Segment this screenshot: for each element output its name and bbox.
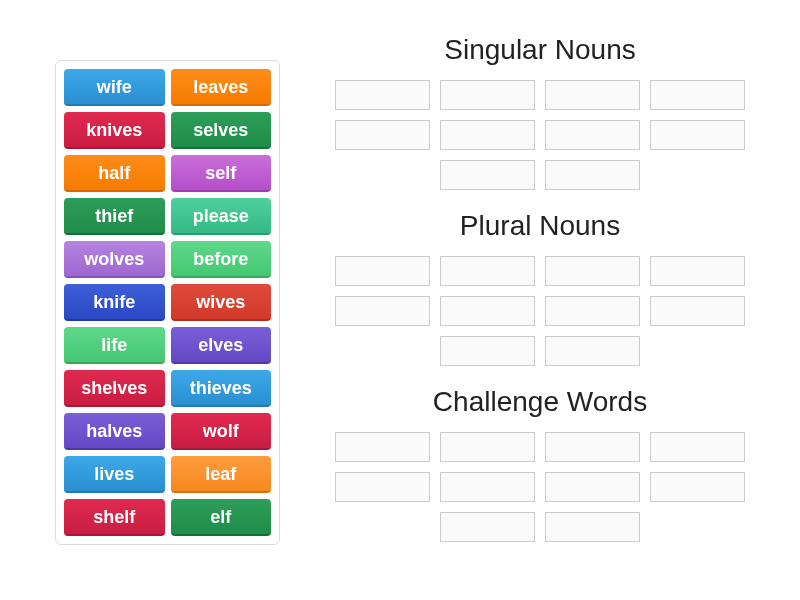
drop-slot[interactable] (545, 296, 640, 326)
drop-slot[interactable] (650, 120, 745, 150)
drop-zones: Singular NounsPlural NounsChallenge Word… (310, 30, 770, 550)
drop-slot[interactable] (335, 80, 430, 110)
drop-slot[interactable] (545, 472, 640, 502)
word-tile[interactable]: wife (64, 69, 165, 106)
drop-slot[interactable] (545, 160, 640, 190)
word-tile[interactable]: leaves (171, 69, 272, 106)
word-tile[interactable]: thieves (171, 370, 272, 407)
drop-slot[interactable] (545, 256, 640, 286)
word-tile[interactable]: knife (64, 284, 165, 321)
word-tile[interactable]: wolves (64, 241, 165, 278)
slot-row (310, 256, 770, 366)
drop-slot[interactable] (335, 432, 430, 462)
slot-row (310, 432, 770, 542)
word-tile[interactable]: halves (64, 413, 165, 450)
group-title: Singular Nouns (310, 34, 770, 66)
drop-slot[interactable] (335, 472, 430, 502)
word-tile[interactable]: elves (171, 327, 272, 364)
word-tile[interactable]: lives (64, 456, 165, 493)
word-tile[interactable]: before (171, 241, 272, 278)
word-tile[interactable]: knives (64, 112, 165, 149)
drop-slot[interactable] (545, 80, 640, 110)
word-tile[interactable]: thief (64, 198, 165, 235)
drop-slot[interactable] (545, 512, 640, 542)
drop-slot[interactable] (440, 160, 535, 190)
group-title: Plural Nouns (310, 210, 770, 242)
word-tile[interactable]: self (171, 155, 272, 192)
slot-row (310, 80, 770, 190)
word-tile[interactable]: half (64, 155, 165, 192)
drop-slot[interactable] (440, 256, 535, 286)
drop-slot[interactable] (545, 120, 640, 150)
drop-slot[interactable] (335, 296, 430, 326)
activity-container: wifeleavesknivesselveshalfselfthiefpleas… (0, 0, 800, 580)
word-tile[interactable]: life (64, 327, 165, 364)
drop-slot[interactable] (440, 80, 535, 110)
word-tile[interactable]: wolf (171, 413, 272, 450)
drop-slot[interactable] (440, 512, 535, 542)
word-tile[interactable]: wives (171, 284, 272, 321)
drop-slot[interactable] (440, 472, 535, 502)
drop-slot[interactable] (545, 432, 640, 462)
drop-slot[interactable] (440, 120, 535, 150)
drop-slot[interactable] (545, 336, 640, 366)
word-bank: wifeleavesknivesselveshalfselfthiefpleas… (55, 60, 280, 545)
word-tile[interactable]: elf (171, 499, 272, 536)
word-tile[interactable]: please (171, 198, 272, 235)
word-tile[interactable]: selves (171, 112, 272, 149)
drop-slot[interactable] (335, 120, 430, 150)
word-tile[interactable]: leaf (171, 456, 272, 493)
drop-slot[interactable] (650, 472, 745, 502)
drop-slot[interactable] (650, 256, 745, 286)
drop-slot[interactable] (440, 296, 535, 326)
drop-slot[interactable] (650, 296, 745, 326)
drop-slot[interactable] (335, 256, 430, 286)
word-tile[interactable]: shelf (64, 499, 165, 536)
group-title: Challenge Words (310, 386, 770, 418)
drop-slot[interactable] (650, 432, 745, 462)
word-tile[interactable]: shelves (64, 370, 165, 407)
drop-slot[interactable] (650, 80, 745, 110)
drop-slot[interactable] (440, 336, 535, 366)
drop-slot[interactable] (440, 432, 535, 462)
